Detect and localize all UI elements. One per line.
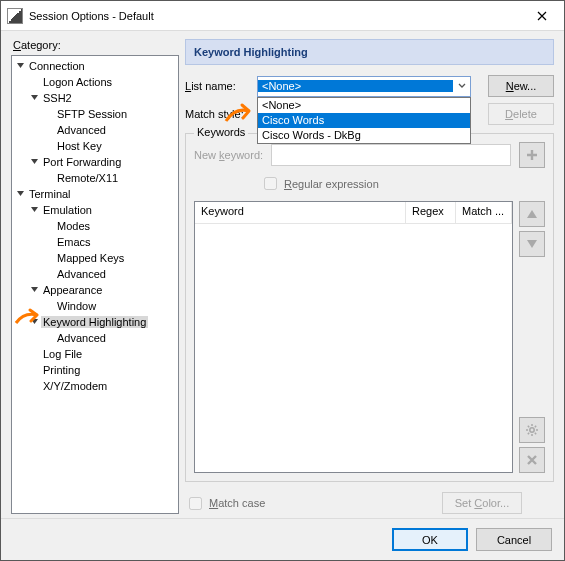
matchstyle-label: Match style: [185, 108, 251, 120]
tree-item[interactable]: Appearance [12, 282, 178, 298]
listname-dropdown[interactable]: <None>Cisco WordsCisco Words - DkBg [257, 97, 471, 144]
tree-item-label: Log File [41, 348, 84, 360]
ok-button[interactable]: OK [392, 528, 468, 551]
tree-item[interactable]: Advanced [12, 330, 178, 346]
window-title: Session Options - Default [29, 10, 519, 22]
tree-item[interactable]: Emacs [12, 234, 178, 250]
keywords-group-label: Keywords [194, 126, 248, 138]
col-regex[interactable]: Regex [406, 202, 456, 223]
dialog-button-row: OK Cancel [1, 518, 564, 560]
tree-item-label: Advanced [55, 124, 108, 136]
listname-label: List name: [185, 80, 251, 92]
tree-item-label: Window [55, 300, 98, 312]
tree-item[interactable]: Terminal [12, 186, 178, 202]
category-label: Category: [13, 39, 179, 51]
tree-item-label: Advanced [55, 268, 108, 280]
tree-item-label: Emulation [41, 204, 94, 216]
settings-keyword-button [519, 417, 545, 443]
tree-item-label: Logon Actions [41, 76, 114, 88]
category-tree[interactable]: ConnectionLogon ActionsSSH2SFTP SessionA… [11, 55, 179, 514]
tree-item[interactable]: SFTP Session [12, 106, 178, 122]
regex-checkbox [264, 177, 277, 190]
tree-item-label: Keyword Highlighting [41, 316, 148, 328]
x-icon [526, 454, 538, 466]
tree-item-label: Terminal [27, 188, 73, 200]
tree-item-label: Modes [55, 220, 92, 232]
matchcase-label: Match case [209, 497, 265, 509]
new-list-button[interactable]: New... [488, 75, 554, 97]
svg-point-0 [530, 428, 534, 432]
col-keyword[interactable]: Keyword [195, 202, 406, 223]
dropdown-option[interactable]: Cisco Words - DkBg [258, 128, 470, 143]
tree-item[interactable]: Emulation [12, 202, 178, 218]
delete-keyword-button [519, 447, 545, 473]
listname-combo[interactable]: <None> <None>Cisco WordsCisco Words - Dk… [257, 76, 471, 97]
title-bar: Session Options - Default [1, 1, 564, 31]
dropdown-option[interactable]: <None> [258, 98, 470, 113]
chevron-down-icon[interactable] [28, 93, 41, 104]
tree-item[interactable]: Mapped Keys [12, 250, 178, 266]
table-header: Keyword Regex Match ... [195, 202, 512, 224]
tree-item-label: Host Key [55, 140, 104, 152]
tree-item-label: Printing [41, 364, 82, 376]
chevron-down-icon[interactable] [14, 189, 27, 200]
triangle-down-icon [526, 239, 538, 249]
tree-item-label: Remote/X11 [55, 172, 120, 184]
tree-item[interactable]: Advanced [12, 122, 178, 138]
cancel-button[interactable]: Cancel [476, 528, 552, 551]
chevron-down-icon[interactable] [28, 317, 41, 328]
tree-item-label: Advanced [55, 332, 108, 344]
panel-title: Keyword Highlighting [185, 39, 554, 65]
tree-item[interactable]: Host Key [12, 138, 178, 154]
tree-item[interactable]: Logon Actions [12, 74, 178, 90]
regex-label: Regular expression [284, 178, 379, 190]
delete-list-button: Delete [488, 103, 554, 125]
gear-icon [525, 423, 539, 437]
new-keyword-input[interactable] [271, 144, 511, 166]
tree-item-label: Mapped Keys [55, 252, 126, 264]
tree-item[interactable]: SSH2 [12, 90, 178, 106]
keywords-table[interactable]: Keyword Regex Match ... [194, 201, 513, 473]
tree-item-label: SSH2 [41, 92, 74, 104]
app-icon [7, 8, 23, 24]
close-icon [537, 11, 547, 21]
tree-item[interactable]: Remote/X11 [12, 170, 178, 186]
tree-item[interactable]: Log File [12, 346, 178, 362]
listname-value: <None> [258, 80, 453, 92]
chevron-down-icon [453, 83, 470, 89]
move-up-button [519, 201, 545, 227]
tree-item[interactable]: Keyword Highlighting [12, 314, 178, 330]
triangle-up-icon [526, 209, 538, 219]
chevron-down-icon[interactable] [28, 157, 41, 168]
close-button[interactable] [519, 1, 564, 30]
chevron-down-icon[interactable] [14, 61, 27, 72]
move-down-button [519, 231, 545, 257]
tree-item[interactable]: X/Y/Zmodem [12, 378, 178, 394]
chevron-down-icon[interactable] [28, 285, 41, 296]
tree-item[interactable]: Advanced [12, 266, 178, 282]
session-options-dialog: Session Options - Default Category: Conn… [0, 0, 565, 561]
col-match[interactable]: Match ... [456, 202, 512, 223]
tree-item[interactable]: Port Forwarding [12, 154, 178, 170]
tree-item[interactable]: Connection [12, 58, 178, 74]
tree-item[interactable]: Modes [12, 218, 178, 234]
chevron-down-icon[interactable] [28, 205, 41, 216]
tree-item-label: Appearance [41, 284, 104, 296]
tree-item-label: Connection [27, 60, 87, 72]
tree-item-label: Port Forwarding [41, 156, 123, 168]
tree-item-label: X/Y/Zmodem [41, 380, 109, 392]
plus-icon [525, 148, 539, 162]
tree-item-label: Emacs [55, 236, 93, 248]
tree-item[interactable]: Window [12, 298, 178, 314]
tree-item-label: SFTP Session [55, 108, 129, 120]
tree-item[interactable]: Printing [12, 362, 178, 378]
add-keyword-button [519, 142, 545, 168]
set-color-button: Set Color... [442, 492, 522, 514]
matchcase-checkbox [189, 497, 202, 510]
new-keyword-label: New keyword: [194, 149, 263, 161]
dropdown-option[interactable]: Cisco Words [258, 113, 470, 128]
